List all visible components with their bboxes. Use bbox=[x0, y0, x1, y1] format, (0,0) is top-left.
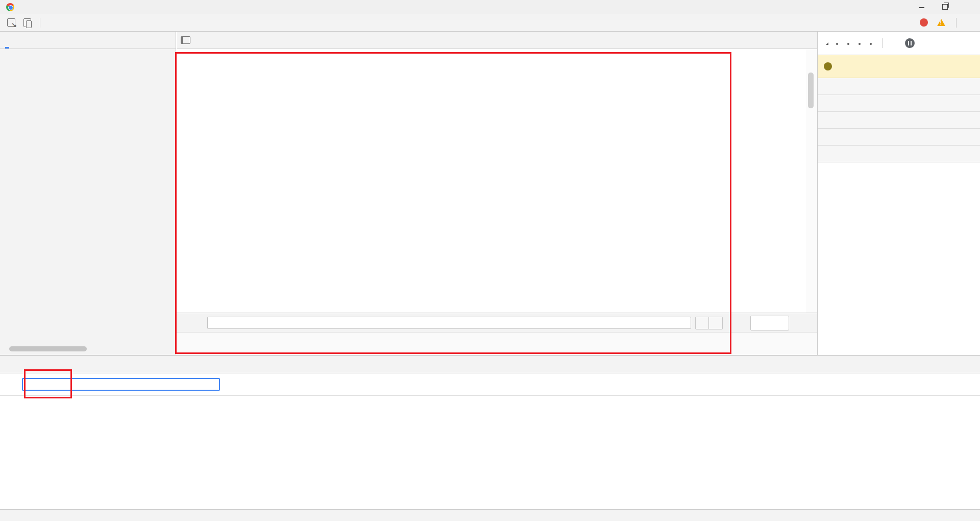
search-status-bar bbox=[0, 509, 980, 521]
editor-tabs bbox=[177, 32, 817, 49]
navigator-hscrollbar[interactable] bbox=[0, 345, 176, 353]
section-watch[interactable] bbox=[818, 95, 980, 112]
inspect-element-icon[interactable] bbox=[7, 18, 15, 27]
navigator-pane bbox=[0, 32, 176, 355]
section-breakpoints[interactable] bbox=[818, 146, 980, 162]
devtools-window: ! bbox=[0, 0, 980, 521]
search-input[interactable] bbox=[22, 378, 220, 391]
pause-on-exceptions-icon[interactable] bbox=[905, 38, 915, 48]
find-next-icon[interactable] bbox=[709, 317, 723, 329]
drawer-tabs bbox=[0, 356, 980, 373]
debugger-toolbar bbox=[818, 32, 980, 55]
editor-status-bar bbox=[177, 332, 817, 356]
devtools-toolbar: ! bbox=[0, 14, 980, 32]
search-toolbar bbox=[0, 373, 980, 396]
info-icon bbox=[824, 62, 832, 70]
minimize-button[interactable] bbox=[910, 0, 933, 14]
find-input[interactable] bbox=[207, 317, 691, 329]
toolbar-separator bbox=[882, 38, 883, 48]
title-bar bbox=[0, 0, 980, 15]
chrome-logo-icon bbox=[6, 3, 14, 11]
search-results bbox=[0, 395, 980, 510]
error-badge-icon bbox=[920, 18, 928, 27]
debugger-sidebar bbox=[817, 32, 980, 355]
editor-pane bbox=[177, 32, 817, 355]
section-threads[interactable] bbox=[818, 78, 980, 95]
toggle-navigator-icon[interactable] bbox=[181, 36, 190, 44]
cancel-button[interactable] bbox=[750, 316, 789, 330]
warning-badge-icon: ! bbox=[937, 19, 945, 26]
console-badges[interactable]: ! bbox=[920, 14, 948, 31]
restore-button[interactable] bbox=[933, 0, 957, 14]
section-call-stack[interactable] bbox=[818, 112, 980, 129]
sources-panel bbox=[0, 32, 980, 355]
close-window-button[interactable] bbox=[957, 0, 980, 14]
toolbar-separator bbox=[956, 18, 957, 28]
editor-vscrollbar[interactable] bbox=[806, 49, 817, 313]
hscroll-thumb[interactable] bbox=[9, 346, 87, 351]
navigator-tabs bbox=[0, 32, 176, 49]
drawer bbox=[0, 355, 980, 521]
panel-tabs bbox=[49, 14, 980, 31]
toolbar-separator bbox=[40, 18, 40, 28]
file-tree bbox=[0, 49, 176, 342]
section-scope[interactable] bbox=[818, 129, 980, 146]
device-toolbar-icon[interactable] bbox=[23, 18, 31, 27]
editor-find-bar bbox=[177, 313, 817, 333]
find-previous-icon[interactable] bbox=[695, 317, 709, 329]
vscroll-thumb[interactable] bbox=[808, 73, 814, 108]
paused-banner bbox=[818, 55, 980, 78]
code-editor[interactable] bbox=[177, 49, 806, 313]
